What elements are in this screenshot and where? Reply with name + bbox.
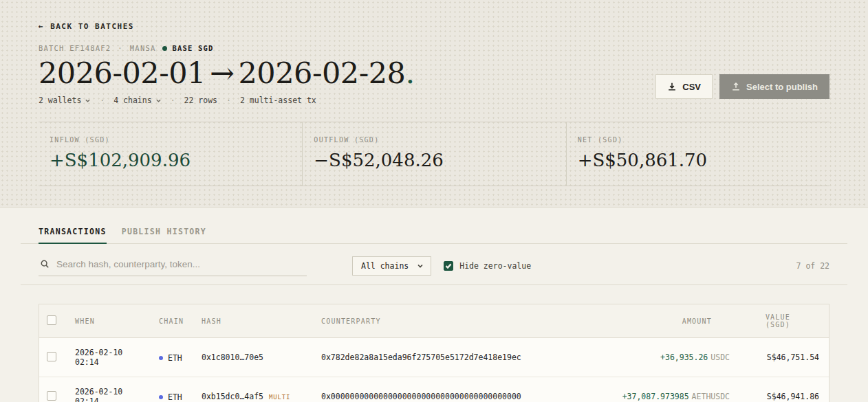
col-header-amount: AMOUNT: [600, 304, 735, 338]
transactions-table: WHEN CHAIN HASH COUNTERPARTY AMOUNT VALU…: [39, 304, 829, 402]
tx-value-sgd: S$46,941.86: [735, 377, 829, 402]
csv-button-label: CSV: [682, 82, 701, 92]
row-checkbox[interactable]: [47, 391, 56, 401]
col-header-counterparty: COUNTERPARTY: [316, 304, 600, 338]
back-arrow-icon: ←: [39, 22, 44, 31]
wallets-label: 2 wallets: [39, 96, 81, 105]
stat-inflow: INFLOW (SGD) +S$102,909.96: [39, 122, 302, 186]
back-label: BACK TO BATCHES: [50, 22, 134, 31]
search-input[interactable]: [56, 259, 307, 269]
tx-hash[interactable]: 0x1c8010…70e5: [202, 353, 263, 362]
tx-counterparty[interactable]: 0x782de82a8a15eda96f275705e5172d7e418e19…: [316, 338, 600, 377]
table-row[interactable]: 2026-02-10 02:14 ETH 0xb15dc0…4af5MULTI …: [39, 377, 829, 402]
row-checkbox[interactable]: [47, 352, 56, 361]
batch-id: BATCH EF148AF2: [39, 44, 111, 52]
separator-dot: ·: [100, 96, 105, 105]
download-icon: [667, 82, 677, 91]
chevron-down-icon: [85, 98, 91, 104]
back-to-batches-link[interactable]: ← BACK TO BATCHES: [39, 22, 134, 31]
chain-label: ETH: [168, 392, 182, 402]
network-badge: BASE SGD: [162, 44, 213, 52]
multi-asset-count: 2 multi-asset tx: [240, 96, 316, 105]
upload-icon: [731, 82, 741, 91]
table-header-row: WHEN CHAIN HASH COUNTERPARTY AMOUNT VALU…: [39, 304, 829, 338]
batch-header-section: ← BACK TO BATCHES BATCH EF148AF2 · MANSA…: [0, 0, 868, 207]
chevron-down-icon: [417, 263, 424, 269]
tx-counterparty[interactable]: 0x00000000000000000000000000000000000000…: [316, 377, 600, 402]
csv-download-button[interactable]: CSV: [655, 74, 713, 99]
tab-bar: TRANSACTIONS PUBLISH HISTORY: [21, 223, 847, 244]
rows-count: 22 rows: [184, 96, 217, 105]
eth-chain-dot: [159, 395, 163, 399]
tx-hash[interactable]: 0xb15dc0…4af5: [202, 392, 263, 401]
hide-zero-value-toggle[interactable]: Hide zero-value: [444, 261, 531, 271]
hide-zero-label: Hide zero-value: [459, 261, 531, 271]
header-actions: CSV Select to publish: [655, 74, 829, 99]
tx-token: AETHUSDC: [692, 392, 730, 401]
divider: [21, 284, 847, 285]
select-all-checkbox[interactable]: [47, 315, 56, 325]
stat-label: NET (SGD): [578, 136, 829, 144]
separator-dot: ·: [226, 96, 231, 105]
tx-amount: +37,087.973985: [622, 392, 689, 401]
row-count-indicator: 7 of 22: [796, 261, 829, 271]
arrow-glyph: →: [206, 56, 239, 90]
filter-row: All chains Hide zero-value 7 of 22: [39, 254, 829, 278]
chain-filter-value: All chains: [361, 261, 409, 271]
wallets-dropdown[interactable]: 2 wallets: [39, 96, 91, 105]
tx-value-sgd: S$46,751.54: [735, 338, 829, 377]
table-row[interactable]: 2026-02-10 02:14 ETH 0x1c8010…70e5 0x782…: [39, 338, 829, 377]
search-icon: [40, 259, 50, 269]
col-header-chain: CHAIN: [153, 304, 196, 338]
breadcrumb: BATCH EF148AF2 · MANSA BASE SGD: [39, 44, 829, 52]
chains-label: 4 chains: [113, 96, 151, 105]
tx-token: USDC: [710, 353, 730, 362]
chain-filter-select[interactable]: All chains: [352, 256, 431, 276]
chain-cell: ETH: [159, 392, 182, 402]
tx-when: 2026-02-10 02:14: [69, 338, 153, 377]
tx-when: 2026-02-10 02:14: [69, 377, 153, 402]
multi-asset-badge: MULTI: [269, 394, 290, 401]
select-to-publish-button[interactable]: Select to publish: [719, 74, 829, 99]
stat-net: NET (SGD) +S$50,861.70: [566, 122, 829, 186]
org-name: MANSA: [130, 44, 156, 52]
separator-dot: ·: [118, 44, 123, 52]
col-header-hash: HASH: [196, 304, 316, 338]
hide-zero-checkbox[interactable]: [444, 261, 453, 271]
title-period: .: [405, 56, 414, 90]
network-status-dot: [162, 46, 167, 51]
stat-outflow: OUTFLOW (SGD) −S$52,048.26: [302, 122, 565, 186]
date-to: 2026-02-28: [238, 56, 405, 90]
chevron-down-icon: [155, 98, 162, 104]
tab-publish-history[interactable]: PUBLISH HISTORY: [122, 223, 206, 244]
stats-summary: INFLOW (SGD) +S$102,909.96 OUTFLOW (SGD)…: [39, 122, 829, 186]
tx-amount: +36,935.26: [660, 353, 708, 362]
stat-value: −S$52,048.26: [314, 150, 565, 170]
stat-label: INFLOW (SGD): [50, 136, 302, 144]
tab-transactions[interactable]: TRANSACTIONS: [39, 223, 107, 244]
col-header-value: VALUE (SGD): [735, 304, 829, 338]
network-label: BASE SGD: [172, 44, 213, 52]
publish-button-label: Select to publish: [746, 82, 818, 92]
eth-chain-dot: [159, 356, 163, 360]
transactions-section: TRANSACTIONS PUBLISH HISTORY All chains …: [0, 207, 868, 402]
chain-label: ETH: [168, 353, 182, 363]
stat-value: +S$50,861.70: [578, 150, 829, 170]
stat-label: OUTFLOW (SGD): [314, 136, 565, 144]
separator-dot: ·: [171, 96, 175, 105]
col-header-when: WHEN: [69, 304, 153, 338]
check-icon: [445, 263, 452, 269]
chains-dropdown[interactable]: 4 chains: [113, 96, 161, 105]
search-box[interactable]: [39, 256, 307, 276]
date-from: 2026-02-01: [39, 56, 206, 90]
chain-cell: ETH: [159, 353, 182, 363]
stat-value: +S$102,909.96: [50, 150, 302, 170]
